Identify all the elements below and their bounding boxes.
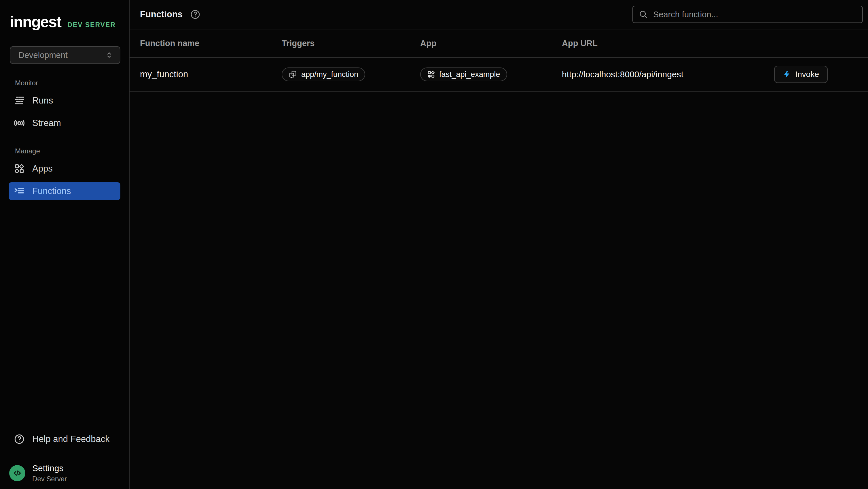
sidebar-header: inngest DEV SERVER Development xyxy=(0,0,129,64)
trigger-badge[interactable]: app/my_function xyxy=(282,67,365,81)
app-root: inngest DEV SERVER Development Monitor xyxy=(0,0,868,489)
column-header-app-url: App URL xyxy=(562,39,858,48)
sidebar-nav: Monitor Runs xyxy=(0,64,129,205)
environment-select-value: Development xyxy=(19,51,68,60)
environment-select[interactable]: Development xyxy=(10,46,120,64)
sidebar-item-label: Apps xyxy=(32,164,53,174)
sidebar-item-apps[interactable]: Apps xyxy=(9,160,120,178)
search-input[interactable] xyxy=(653,10,857,19)
question-circle-icon xyxy=(14,433,25,445)
trigger-badge-label: app/my_function xyxy=(301,70,358,79)
table-header: Function name Triggers App App URL xyxy=(130,29,868,58)
table-row[interactable]: my_function app/my_function xyxy=(130,58,868,92)
apps-icon xyxy=(14,163,25,174)
inngest-logo: inngest xyxy=(10,13,61,31)
invoke-button-label: Invoke xyxy=(796,70,819,79)
help-circle-icon[interactable] xyxy=(190,9,200,20)
topbar: Functions xyxy=(130,0,868,29)
functions-icon xyxy=(14,185,25,197)
lightning-bolt-icon xyxy=(783,70,791,79)
stream-icon xyxy=(14,117,25,129)
sidebar-bottom: Help and Feedback Settings Dev Server xyxy=(0,430,129,489)
help-label: Help and Feedback xyxy=(32,434,110,444)
column-header-function-name: Function name xyxy=(140,39,282,48)
manage-section-label: Manage xyxy=(15,147,120,155)
brand: inngest DEV SERVER xyxy=(10,13,120,31)
function-name-cell: my_function xyxy=(140,69,282,80)
app-badge[interactable]: fast_api_example xyxy=(420,67,507,81)
sidebar-item-stream[interactable]: Stream xyxy=(9,114,120,132)
event-squares-icon xyxy=(288,70,297,79)
help-and-feedback[interactable]: Help and Feedback xyxy=(9,430,120,448)
settings-item[interactable]: Settings Dev Server xyxy=(0,457,129,489)
apps-icon xyxy=(427,70,435,79)
monitor-section-label: Monitor xyxy=(15,79,120,87)
runs-icon xyxy=(14,95,25,106)
settings-title: Settings xyxy=(32,463,67,473)
invoke-button[interactable]: Invoke xyxy=(774,66,828,83)
app-badge-label: fast_api_example xyxy=(439,70,500,79)
app-url-cell: http://localhost:8000/api/inngest xyxy=(562,69,774,79)
sidebar-item-label: Runs xyxy=(32,95,53,106)
sidebar: inngest DEV SERVER Development Monitor xyxy=(0,0,130,489)
sidebar-item-label: Functions xyxy=(32,186,71,196)
column-header-app: App xyxy=(420,39,562,48)
search-box xyxy=(632,6,863,23)
code-icon xyxy=(9,465,25,481)
empty-content-area xyxy=(130,92,868,489)
sidebar-item-label: Stream xyxy=(32,118,61,128)
dev-server-badge: DEV SERVER xyxy=(67,21,116,29)
sidebar-item-runs[interactable]: Runs xyxy=(9,92,120,110)
page-title: Functions xyxy=(140,9,183,20)
search-icon xyxy=(639,10,648,19)
title-wrap: Functions xyxy=(140,9,200,20)
settings-subtitle: Dev Server xyxy=(32,475,67,483)
main-content: Functions xyxy=(130,0,868,489)
sidebar-item-functions[interactable]: Functions xyxy=(9,182,120,200)
column-header-triggers: Triggers xyxy=(282,39,420,48)
chevron-up-down-icon xyxy=(105,51,114,59)
settings-texts: Settings Dev Server xyxy=(32,463,67,483)
